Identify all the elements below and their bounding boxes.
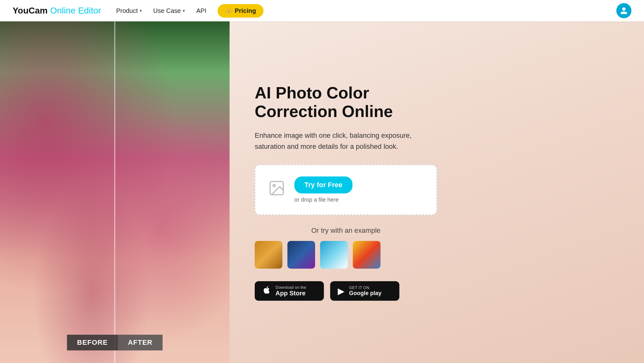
- example-thumbnails: [255, 241, 619, 269]
- example-label: Or try with an example: [255, 226, 437, 235]
- nav-use-case-link[interactable]: Use Case ▾: [153, 7, 185, 14]
- after-label: AFTER: [118, 335, 163, 350]
- chevron-down-icon: ▾: [183, 8, 185, 13]
- logo-youcam-text: YouCam: [13, 6, 48, 16]
- drop-hint: or drop a file here: [294, 197, 353, 203]
- store-buttons: Download on the App Store ▶ GET IT ON Go…: [255, 281, 619, 301]
- user-avatar[interactable]: [616, 3, 631, 18]
- example-thumb-3[interactable]: [320, 241, 348, 269]
- nav-product-link[interactable]: Product ▾: [116, 7, 142, 14]
- upload-actions: Try for Free or drop a file here: [294, 176, 353, 203]
- chevron-down-icon: ▾: [140, 8, 142, 13]
- google-play-button[interactable]: ▶ GET IT ON Google play: [330, 281, 399, 301]
- logo-editor-text: Online Editor: [50, 6, 101, 16]
- navbar: YouCam Online Editor Product ▾ Use Case …: [0, 0, 644, 21]
- before-label: BEFORE: [67, 335, 118, 350]
- example-thumb-1[interactable]: [255, 241, 282, 269]
- hero-title: AI Photo ColorCorrection Online: [255, 84, 619, 121]
- app-store-button[interactable]: Download on the App Store: [255, 281, 324, 301]
- upload-dropzone[interactable]: Try for Free or drop a file here: [255, 165, 437, 215]
- before-after-split-line: [114, 21, 115, 363]
- example-thumb-2[interactable]: [287, 241, 315, 269]
- before-after-labels: BEFORE AFTER: [67, 335, 163, 350]
- nav-links: Product ▾ Use Case ▾ API 👑 Pricing: [116, 4, 616, 18]
- google-play-icon: ▶: [338, 286, 345, 296]
- logo: YouCam Online Editor: [13, 6, 101, 16]
- example-thumb-4[interactable]: [353, 241, 380, 269]
- pricing-button[interactable]: 👑 Pricing: [218, 4, 264, 18]
- hero-content: AI Photo ColorCorrection Online Enhance …: [230, 21, 644, 363]
- app-store-text: Download on the App Store: [275, 285, 306, 297]
- nav-api-link[interactable]: API: [196, 7, 206, 14]
- hero-section: BEFORE AFTER AI Photo ColorCorrection On…: [0, 21, 644, 363]
- apple-icon: [262, 286, 271, 297]
- image-icon: [268, 179, 286, 201]
- hero-image-area: BEFORE AFTER: [0, 21, 230, 363]
- user-icon: [620, 7, 628, 15]
- google-play-text: GET IT ON Google play: [349, 285, 381, 297]
- svg-point-1: [273, 184, 275, 187]
- hero-description: Enhance image with one click, balancing …: [255, 130, 412, 152]
- try-for-free-button[interactable]: Try for Free: [294, 176, 353, 193]
- hero-background: [0, 21, 230, 363]
- crown-icon: 👑: [225, 7, 232, 14]
